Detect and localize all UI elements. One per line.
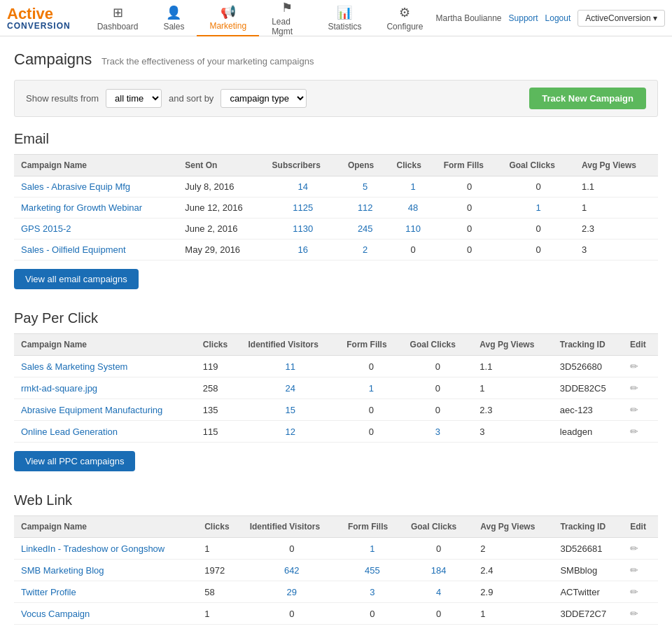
campaign-name-link[interactable]: Abrasive Equipment Manufacturing <box>21 405 162 415</box>
goal-clicks: 4 <box>404 581 473 603</box>
logo-conversion: CONVERSION <box>7 22 71 30</box>
tracking-id: 3DDE82C5 <box>553 377 623 399</box>
clicks: 1 <box>197 538 242 560</box>
campaign-name-link[interactable]: Vocus Campaign <box>21 609 90 619</box>
clicks: 1972 <box>197 560 242 581</box>
goal-link[interactable]: 184 <box>431 565 447 576</box>
show-results-label: Show results from <box>26 93 99 104</box>
opens-link[interactable]: 245 <box>358 223 373 234</box>
nav-item-statistics[interactable]: 📊 Statistics <box>315 1 374 36</box>
nav-item-sales[interactable]: 👤 Sales <box>150 1 197 36</box>
view-all-ppc-button[interactable]: View all PPC campaigns <box>14 451 135 471</box>
logout-link[interactable]: Logout <box>545 13 571 23</box>
avg-pg-views: 1.1 <box>472 356 553 377</box>
page-subtitle: Track the effectiveness of your marketin… <box>102 56 314 67</box>
edit-icon[interactable]: ✏ <box>630 564 638 576</box>
ppc-section-title: Pay Per Click <box>14 310 658 326</box>
edit-icon[interactable]: ✏ <box>630 404 638 415</box>
ff-link[interactable]: 1 <box>369 383 374 394</box>
ff-link[interactable]: 1 <box>370 543 374 554</box>
goal-clicks-link[interactable]: 1 <box>536 202 541 213</box>
identified-visitors: 11 <box>241 356 340 377</box>
nav-item-leadmgmt[interactable]: ⚑ Lead Mgmt <box>259 0 315 41</box>
subscribers-link[interactable]: 1125 <box>293 202 313 213</box>
clicks-link[interactable]: 48 <box>408 202 418 213</box>
email-table-header: Campaign Name Sent On Subscribers Opens … <box>14 155 658 176</box>
identified-link[interactable]: 15 <box>286 405 295 415</box>
view-all-email-button[interactable]: View all email campaigns <box>14 269 139 289</box>
opens: 2 <box>341 240 390 261</box>
campaign-name-link[interactable]: Marketing for Growth Webinar <box>21 202 142 213</box>
identified-link[interactable]: 642 <box>284 565 300 576</box>
avg-pg-views: 3 <box>472 421 553 443</box>
goal-clicks: 1 <box>502 197 575 219</box>
dashboard-icon: ⊞ <box>113 5 123 20</box>
form-fills: 455 <box>341 560 404 581</box>
ff-link[interactable]: 3 <box>370 587 374 597</box>
goal-link[interactable]: 3 <box>435 427 440 437</box>
opens-link[interactable]: 2 <box>363 244 368 255</box>
identified-link[interactable]: 29 <box>287 587 297 597</box>
campaign-name-link[interactable]: Sales & Marketing System <box>21 361 127 372</box>
logo[interactable]: Active CONVERSION <box>7 6 71 30</box>
weblink-col-goalclicks: Goal Clicks <box>404 516 473 538</box>
account-dropdown[interactable]: ActiveConversion ▾ <box>578 10 665 27</box>
goal-clicks: 0 <box>502 176 575 197</box>
clicks-link[interactable]: 110 <box>405 223 421 234</box>
sent-on: July 8, 2016 <box>178 176 265 197</box>
campaign-name-link[interactable]: rmkt-ad-square.jpg <box>21 383 97 394</box>
email-col-clicks: Clicks <box>390 155 437 176</box>
nav-item-marketing[interactable]: 📢 Marketing <box>197 0 259 36</box>
goal-link[interactable]: 4 <box>436 587 441 597</box>
time-filter-select[interactable]: all time <box>106 89 162 108</box>
identified-link[interactable]: 24 <box>286 383 295 394</box>
edit-cell: ✏ <box>623 538 658 560</box>
edit-icon[interactable]: ✏ <box>630 586 638 597</box>
edit-cell: ✏ <box>623 421 658 443</box>
identified-link[interactable]: 12 <box>286 427 295 437</box>
support-link[interactable]: Support <box>509 13 538 23</box>
nav-item-configure[interactable]: ⚙ Configure <box>374 1 435 36</box>
campaign-name-link[interactable]: LinkedIn - Tradeshow or Gongshow <box>21 543 164 554</box>
campaign-name-link[interactable]: Twitter Profile <box>21 587 76 597</box>
goal-clicks: 0 <box>403 356 473 377</box>
clicks: 1 <box>197 603 242 625</box>
edit-icon[interactable]: ✏ <box>630 608 638 619</box>
sort-filter-select[interactable]: campaign type <box>220 89 307 108</box>
campaign-name: rmkt-ad-square.jpg <box>14 377 196 399</box>
opens-link[interactable]: 112 <box>358 202 373 213</box>
weblink-col-edit: Edit <box>623 516 658 538</box>
track-new-campaign-button[interactable]: Track New Campaign <box>529 88 646 109</box>
goal-clicks: 0 <box>403 377 473 399</box>
subscribers-link[interactable]: 1130 <box>293 223 313 234</box>
table-row: Abrasive Equipment Manufacturing 135 15 … <box>14 399 658 421</box>
weblink-table-header: Campaign Name Clicks Identified Visitors… <box>14 516 658 538</box>
ff-link[interactable]: 455 <box>365 565 380 576</box>
clicks: 58 <box>197 581 242 603</box>
email-section-title: Email <box>14 131 658 147</box>
edit-icon[interactable]: ✏ <box>630 361 638 372</box>
edit-icon[interactable]: ✏ <box>630 426 638 437</box>
goal-clicks: 3 <box>403 421 473 443</box>
campaign-name-link[interactable]: Sales - Abrasive Equip Mfg <box>21 181 130 192</box>
subscribers-link[interactable]: 14 <box>298 181 308 192</box>
nav-item-dashboard[interactable]: ⊞ Dashboard <box>85 1 151 36</box>
subscribers-link[interactable]: 16 <box>298 244 308 255</box>
campaign-name-link[interactable]: Online Lead Generation <box>21 427 118 437</box>
campaign-name-link[interactable]: Sales - Oilfield Equipment <box>21 244 126 255</box>
edit-cell: ✏ <box>623 603 658 625</box>
campaign-name-link[interactable]: SMB Marketing Blog <box>21 565 104 576</box>
nav-right: Martha Boulianne Support Logout ActiveCo… <box>435 10 665 27</box>
campaign-name: SMB Marketing Blog <box>14 560 197 581</box>
opens-link[interactable]: 5 <box>363 181 368 192</box>
identified-visitors: 15 <box>241 399 340 421</box>
edit-icon[interactable]: ✏ <box>630 543 638 554</box>
identified-link[interactable]: 11 <box>286 361 295 372</box>
campaign-name-link[interactable]: GPS 2015-2 <box>21 223 71 234</box>
avg-pg-views: 2.3 <box>472 399 553 421</box>
table-row: rmkt-ad-square.jpg 258 24 1 0 1 3DDE82C5… <box>14 377 658 399</box>
clicks-link[interactable]: 1 <box>410 181 415 192</box>
form-fills: 0 <box>340 421 402 443</box>
edit-icon[interactable]: ✏ <box>630 382 638 394</box>
identified-visitors: 642 <box>243 560 341 581</box>
